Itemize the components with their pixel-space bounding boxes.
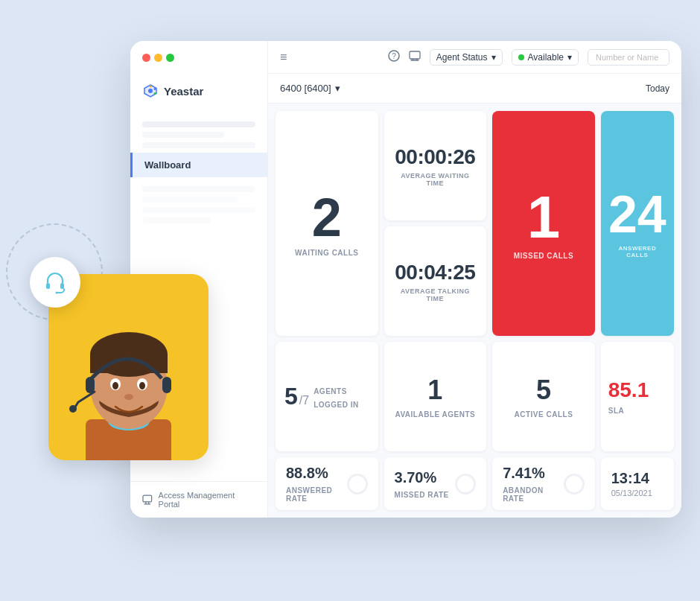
avg-waiting-time-card: 00:00:26 AVERAGE WAITING TIME (384, 111, 487, 220)
nav-placeholder-3 (142, 142, 255, 148)
date-value: 05/13/2021 (611, 489, 652, 497)
missed-rate-donut (455, 474, 476, 495)
search-placeholder: Number or Name (596, 53, 658, 62)
menu-icon[interactable]: ≡ (280, 51, 287, 64)
answered-rate-label: ANSWERED RATE (286, 486, 347, 503)
answered-calls-value: 24 (608, 188, 666, 241)
sidebar-item-wallboard[interactable]: Wallboard (130, 153, 267, 177)
tl-yellow[interactable] (154, 54, 162, 62)
subbar: 6400 [6400] ▾ Today (268, 74, 681, 104)
agents-logged-in-card: 5 /7 AGENTS LOGGED IN (276, 342, 378, 451)
svg-rect-1 (60, 283, 64, 289)
avg-talking-time-label: AVERAGE TALKING TIME (393, 287, 478, 302)
waiting-calls-card: 2 WAITING CALLS (276, 111, 378, 336)
help-icon[interactable]: ? (388, 50, 400, 64)
queue-label: 6400 [6400] (280, 83, 331, 94)
svg-point-2 (56, 292, 58, 294)
footer-label: Access Management Portal (159, 491, 255, 509)
answered-calls-card: 24 ANSWERED CALLS (601, 111, 674, 336)
nav-placeholder-2 (142, 132, 224, 138)
agents-logged-label: AGENTS LOGGED IN (314, 387, 359, 409)
monitor-icon (142, 495, 153, 505)
tl-green[interactable] (166, 54, 174, 62)
abandon-rate-label: ABANDON RATE (503, 486, 564, 503)
active-calls-value: 5 (536, 375, 551, 406)
wallboard-grid: 2 WAITING CALLS 00:00:26 AVERAGE WAITING… (268, 104, 681, 518)
avg-talking-time-value: 00:04:25 (395, 261, 475, 284)
tl-red[interactable] (142, 54, 150, 62)
agents-logged-value: 5 (284, 383, 298, 410)
available-agents-label: AVAILABLE AGENTS (395, 410, 475, 419)
svg-point-21 (154, 92, 156, 95)
svg-rect-15 (162, 377, 171, 393)
abandon-rate-card: 7.41% ABANDON RATE (492, 457, 595, 510)
wallboard-label: Wallboard (144, 159, 191, 171)
agents-logged-total: /7 (299, 394, 309, 407)
logo-area: Yeastar (130, 74, 267, 111)
datetime-card: 13:14 05/13/2021 (601, 457, 674, 510)
headset-badge (30, 257, 80, 308)
chevron-down-icon3: ▾ (335, 83, 340, 94)
browser-window: Yeastar Wallboard Access Management Port… (130, 41, 681, 518)
answered-rate-value: 88.8% (286, 465, 347, 482)
available-agents-card: 1 AVAILABLE AGENTS (384, 342, 487, 451)
missed-calls-card: 1 MISSED CALLS (492, 111, 595, 336)
svg-rect-0 (46, 283, 50, 289)
svg-point-20 (154, 88, 156, 90)
avg-talking-time-card: 00:04:25 AVERAGE TALKING TIME (384, 226, 487, 336)
headset-icon (43, 270, 67, 294)
nav-placeholder-4 (142, 186, 255, 192)
missed-rate-value: 3.70% (395, 469, 449, 486)
avg-waiting-time-value: 00:00:26 (395, 145, 475, 169)
answered-rate-card: 88.8% ANSWERED RATE (276, 457, 378, 510)
svg-point-18 (148, 89, 153, 93)
avg-waiting-time-label: AVERAGE WAITING TIME (393, 172, 478, 187)
topbar-actions: ? Agent Status ▾ Available ▾ Number or N… (388, 49, 669, 66)
waiting-calls-label: WAITING CALLS (295, 249, 358, 257)
nav-placeholder-7 (142, 217, 211, 223)
time-value: 13:14 (611, 470, 649, 487)
agent-photo (48, 274, 209, 460)
sla-card: 85.1 SLA (601, 342, 674, 451)
queue-selector[interactable]: 6400 [6400] ▾ (280, 83, 340, 94)
agent-status-label: Agent Status (436, 52, 488, 63)
answered-rate-donut (347, 474, 368, 495)
svg-point-12 (139, 382, 145, 389)
agent-status-button[interactable]: Agent Status ▾ (430, 49, 503, 66)
missed-rate-label: MISSED RATE (395, 491, 449, 499)
active-calls-label: ACTIVE CALLS (515, 410, 573, 419)
svg-point-13 (124, 394, 133, 400)
chevron-down-icon: ▾ (491, 52, 496, 63)
sla-label: SLA (608, 407, 625, 415)
available-label: Available (528, 52, 564, 63)
missed-calls-label: MISSED CALLS (514, 252, 573, 260)
sla-value: 85.1 (608, 378, 649, 402)
nav-placeholder-5 (142, 197, 238, 203)
available-agents-value: 1 (427, 375, 442, 406)
answered-calls-label: ANSWERED CALLS (610, 245, 665, 258)
svg-point-11 (112, 382, 118, 389)
nav-placeholder-6 (142, 207, 255, 213)
abandon-rate-value: 7.41% (503, 465, 564, 482)
agent-photo-card (48, 274, 209, 460)
svg-text:?: ? (392, 52, 396, 60)
chevron-down-icon2: ▾ (567, 52, 572, 63)
available-button[interactable]: Available ▾ (512, 49, 579, 66)
missed-calls-value: 1 (527, 188, 561, 247)
svg-rect-25 (410, 51, 420, 59)
sidebar-footer: Access Management Portal (130, 481, 267, 518)
search-input[interactable]: Number or Name (588, 49, 669, 66)
period-badge: Today (646, 83, 669, 94)
monitor-top-icon[interactable] (409, 50, 421, 64)
abandon-rate-donut (564, 474, 585, 495)
active-calls-card: 5 ACTIVE CALLS (492, 342, 595, 451)
nav-placeholder-1 (142, 121, 255, 127)
yeastar-logo-icon (142, 83, 159, 99)
svg-point-16 (69, 405, 77, 413)
svg-rect-22 (143, 495, 152, 502)
logo-text: Yeastar (164, 85, 203, 98)
waiting-calls-value: 2 (312, 191, 342, 244)
status-dot (518, 54, 524, 60)
topbar: ≡ ? Agent Status ▾ Available ▾ (268, 41, 681, 74)
missed-rate-card: 3.70% MISSED RATE (384, 457, 487, 510)
